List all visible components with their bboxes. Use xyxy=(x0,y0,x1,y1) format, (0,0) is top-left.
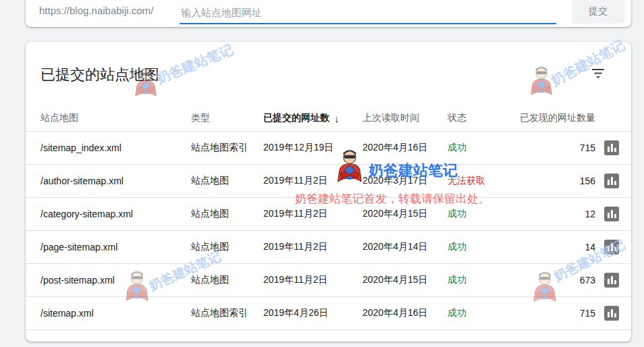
sitemap-path: /sitemap_index.xml xyxy=(41,142,191,153)
sort-descending-icon: ↓ xyxy=(334,113,340,124)
col-header-type[interactable]: 类型 xyxy=(191,112,263,124)
discovered-count: 673 xyxy=(520,275,595,286)
submitted-sitemaps-card: 已提交的站点地图 站点地图 类型 已提交的网址数 ↓ 上次读取时间 状态 已发 xyxy=(26,42,631,342)
see-index-chart-button[interactable] xyxy=(604,207,619,221)
sitemap-path: /category-sitemap.xml xyxy=(41,209,191,219)
page-title: 已提交的站点地图 xyxy=(41,65,159,85)
sitemap-type: 站点地图索引 xyxy=(191,142,263,154)
submitted-date: 2019年12月19日 xyxy=(263,142,363,154)
status-text: 成功 xyxy=(448,307,520,319)
discovered-count: 156 xyxy=(520,176,595,186)
sitemap-url-input[interactable] xyxy=(180,2,556,24)
sitemap-type: 站点地图 xyxy=(191,274,263,286)
last-read-date: 2020年4月15日 xyxy=(363,208,448,220)
last-read-date: 2020年3月17日 xyxy=(363,175,448,187)
col-header-sitemap[interactable]: 站点地图 xyxy=(41,112,191,124)
submitted-date: 2019年11月2日 xyxy=(263,175,363,187)
sitemap-path: /author-sitemap.xml xyxy=(41,176,191,186)
last-read-date: 2020年4月16日 xyxy=(363,307,448,319)
sitemap-type: 站点地图 xyxy=(191,208,263,220)
table-row[interactable]: /sitemap_index.xml 站点地图索引 2019年12月19日 20… xyxy=(26,132,631,165)
discovered-count: 715 xyxy=(520,142,595,153)
last-read-date: 2020年4月14日 xyxy=(363,241,448,253)
sitemap-type: 站点地图 xyxy=(191,241,263,253)
sitemap-path: /page-sitemap.xml xyxy=(41,242,191,252)
sitemaps-table: 站点地图 类型 已提交的网址数 ↓ 上次读取时间 状态 已发现的网址数量 /si… xyxy=(26,105,631,330)
sitemap-path: /post-sitemap.xml xyxy=(41,275,191,286)
status-text: 成功 xyxy=(448,142,520,154)
discovered-count: 14 xyxy=(520,242,595,252)
col-header-submitted-label: 已提交的网址数 xyxy=(263,112,329,124)
table-header-row: 站点地图 类型 已提交的网址数 ↓ 上次读取时间 状态 已发现的网址数量 xyxy=(26,105,631,132)
see-index-chart-button[interactable] xyxy=(604,273,619,288)
bar-chart-icon xyxy=(608,246,610,251)
submitted-date: 2019年4月26日 xyxy=(263,307,363,319)
bar-chart-icon xyxy=(608,312,610,317)
page: https://blog.naibabiji.com/ 提交 已提交的站点地图 … xyxy=(0,0,644,347)
table-row[interactable]: /sitemap.xml 站点地图索引 2019年4月26日 2020年4月16… xyxy=(26,297,631,330)
see-index-chart-button[interactable] xyxy=(604,306,619,321)
bar-chart-icon xyxy=(608,180,610,185)
status-text: 成功 xyxy=(448,208,520,220)
filter-list-icon xyxy=(592,69,604,78)
sitemap-type: 站点地图索引 xyxy=(191,307,263,319)
table-row[interactable]: /page-sitemap.xml 站点地图 2019年11月2日 2020年4… xyxy=(26,231,631,264)
table-row[interactable]: /post-sitemap.xml 站点地图 2019年11月2日 2020年4… xyxy=(26,264,631,297)
see-index-chart-button[interactable] xyxy=(604,174,619,188)
bar-chart-icon xyxy=(608,146,610,152)
status-text: 成功 xyxy=(448,274,520,286)
discovered-count: 715 xyxy=(520,308,595,319)
status-text: 成功 xyxy=(448,241,520,253)
col-header-last-read[interactable]: 上次读取时间 xyxy=(363,112,448,124)
sitemap-type: 站点地图 xyxy=(191,175,263,187)
see-index-chart-button[interactable] xyxy=(604,140,619,155)
bar-chart-icon xyxy=(608,213,610,218)
discovered-count: 12 xyxy=(520,209,595,219)
status-text: 无法获取 xyxy=(448,175,520,187)
sitemap-submit-card: https://blog.naibabiji.com/ 提交 xyxy=(26,0,631,27)
last-read-date: 2020年4月15日 xyxy=(363,274,448,286)
last-read-date: 2020年4月16日 xyxy=(363,142,448,154)
card-header: 已提交的站点地图 xyxy=(26,42,631,85)
see-index-chart-button[interactable] xyxy=(604,240,619,255)
submitted-date: 2019年11月2日 xyxy=(263,208,363,220)
table-row[interactable]: /category-sitemap.xml 站点地图 2019年11月2日 20… xyxy=(26,198,631,231)
col-header-submitted[interactable]: 已提交的网址数 ↓ xyxy=(263,112,363,124)
submit-button[interactable]: 提交 xyxy=(572,0,624,24)
submitted-date: 2019年11月2日 xyxy=(263,274,363,286)
sitemap-path: /sitemap.xml xyxy=(41,308,191,319)
table-row[interactable]: /author-sitemap.xml 站点地图 2019年11月2日 2020… xyxy=(26,165,631,198)
site-url-prefix: https://blog.naibabiji.com/ xyxy=(39,5,153,16)
col-header-status[interactable]: 状态 xyxy=(448,112,520,124)
bar-chart-icon xyxy=(608,279,610,284)
submitted-date: 2019年11月2日 xyxy=(263,241,363,253)
col-header-discovered[interactable]: 已发现的网址数量 xyxy=(520,112,595,124)
filter-button[interactable] xyxy=(588,65,608,84)
